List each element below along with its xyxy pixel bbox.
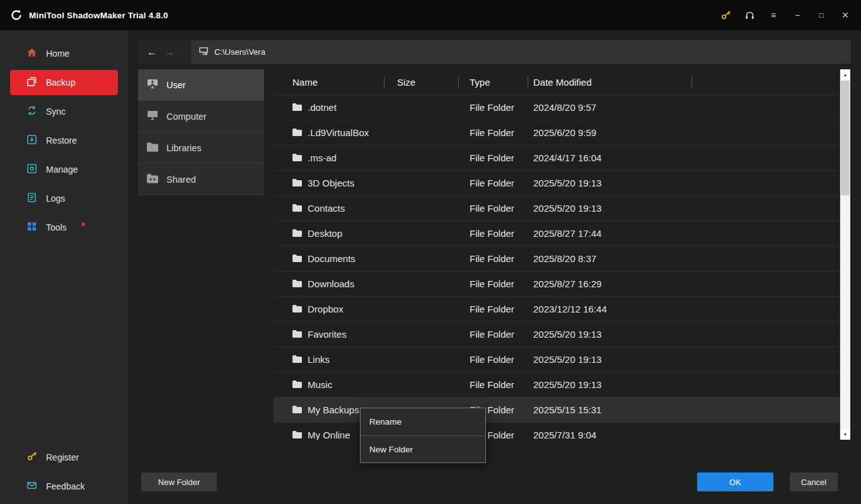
scroll-down-icon[interactable]: ▼ — [840, 429, 850, 440]
file-type: File Folder — [459, 102, 528, 113]
table-row[interactable]: .ms-ad File Folder 2024/4/17 16:04 — [274, 145, 840, 170]
column-header-modified[interactable]: Date Modified — [528, 69, 692, 94]
location-item-user[interactable]: User — [138, 69, 264, 101]
table-row[interactable]: My Online File Folder 2025/7/31 9:04 — [274, 422, 840, 440]
libraries-folder-icon — [147, 142, 158, 154]
monitor-icon — [147, 110, 158, 122]
file-name: My Backups — [308, 404, 359, 415]
folder-icon — [292, 178, 302, 188]
table-row[interactable]: My Backups File Folder 2025/5/15 15:31 — [274, 397, 840, 422]
menu-icon[interactable]: ≡ — [768, 9, 779, 21]
new-folder-button[interactable]: New Folder — [141, 472, 217, 491]
table-row[interactable]: Links File Folder 2025/5/20 19:13 — [274, 346, 840, 372]
folder-icon — [292, 253, 302, 264]
sidebar-item-logs[interactable]: Logs — [10, 186, 118, 211]
file-modified: 2025/8/20 8:37 — [528, 253, 692, 264]
computer-icon — [199, 47, 209, 57]
sidebar-item-label: Backup — [46, 77, 76, 88]
sidebar-item-register[interactable]: Register — [10, 445, 118, 470]
file-rows: .dotnet File Folder 2024/8/20 9:57 .Ld9V… — [274, 94, 840, 440]
cancel-button[interactable]: Cancel — [790, 472, 838, 491]
path-field[interactable]: C:\Users\Vera — [191, 40, 851, 64]
scroll-up-icon[interactable]: ▲ — [840, 69, 850, 80]
location-label: Computer — [166, 112, 207, 122]
sidebar-item-home[interactable]: Home — [10, 41, 118, 66]
file-name: Links — [308, 354, 330, 365]
feedback-envelope-icon — [26, 480, 37, 493]
sidebar-item-feedback[interactable]: Feedback — [10, 474, 118, 499]
folder-icon — [292, 127, 302, 138]
folder-icon — [292, 102, 302, 113]
location-item-shared[interactable]: Shared — [138, 164, 264, 195]
minimize-button[interactable]: − — [792, 9, 803, 21]
navigation-bar: ← → C:\Users\Vera — [138, 40, 851, 64]
location-item-computer[interactable]: Computer — [138, 101, 264, 132]
file-type: File Folder — [459, 152, 528, 163]
table-row[interactable]: Downloads File Folder 2025/8/27 16:29 — [274, 271, 840, 296]
shared-folder-icon — [147, 174, 158, 185]
table-row[interactable]: 3D Objects File Folder 2025/5/20 19:13 — [274, 170, 840, 195]
folder-icon — [292, 228, 302, 239]
context-menu-item-rename[interactable]: Rename — [361, 408, 485, 435]
sidebar-item-tools[interactable]: Tools — [10, 215, 118, 240]
support-headset-icon[interactable] — [744, 9, 755, 21]
sidebar-item-label: Sync — [46, 106, 66, 117]
notification-dot — [81, 222, 85, 226]
file-name: My Online — [308, 430, 350, 440]
file-name: .Ld9VirtualBox — [308, 127, 369, 138]
file-name: .dotnet — [308, 102, 337, 113]
title-bar: MiniTool ShadowMaker Trial 4.8.0 ≡ − □ × — [0, 0, 861, 30]
table-row[interactable]: .dotnet File Folder 2024/8/20 9:57 — [274, 94, 840, 120]
sidebar-item-backup[interactable]: Backup — [10, 70, 118, 95]
file-name: .ms-ad — [308, 152, 337, 163]
folder-icon — [292, 430, 302, 440]
sidebar-item-label: Feedback — [46, 481, 84, 491]
file-type: File Folder — [459, 304, 528, 314]
folder-icon — [292, 203, 302, 214]
logs-icon — [26, 192, 37, 205]
file-name: Desktop — [308, 228, 342, 239]
vertical-scrollbar[interactable]: ▲ ▼ — [840, 69, 850, 440]
maximize-button[interactable]: □ — [816, 9, 827, 21]
file-type: File Folder — [459, 253, 528, 264]
back-button[interactable]: ← — [143, 47, 161, 58]
column-header-type[interactable]: Type — [459, 69, 528, 94]
close-button[interactable]: × — [840, 9, 851, 21]
folder-icon — [292, 304, 302, 314]
sidebar-item-sync[interactable]: Sync — [10, 99, 118, 124]
manage-icon — [26, 163, 37, 176]
table-row[interactable]: Documents File Folder 2025/8/20 8:37 — [274, 246, 840, 271]
file-type: File Folder — [459, 127, 528, 138]
scrollbar-thumb[interactable] — [841, 81, 850, 195]
context-menu: Rename New Folder — [360, 408, 486, 463]
table-row[interactable]: Dropbox File Folder 2023/12/12 16:44 — [274, 296, 840, 321]
folder-icon — [292, 329, 302, 340]
forward-button[interactable]: → — [161, 47, 178, 58]
table-row[interactable]: .Ld9VirtualBox File Folder 2025/6/20 9:5… — [274, 120, 840, 145]
ok-button[interactable]: OK — [697, 472, 773, 491]
file-name: Favorites — [308, 329, 347, 340]
tools-icon — [26, 221, 37, 234]
file-modified: 2025/7/31 9:04 — [528, 430, 692, 440]
sidebar: Home Backup Sync Restor — [0, 30, 128, 504]
file-type: File Folder — [459, 329, 528, 340]
table-row[interactable]: Favorites File Folder 2025/5/20 19:13 — [274, 321, 840, 346]
column-header-size[interactable]: Size — [384, 69, 459, 94]
location-label: Shared — [166, 175, 196, 185]
sidebar-item-label: Register — [46, 452, 79, 462]
current-path: C:\Users\Vera — [214, 47, 265, 57]
sidebar-item-restore[interactable]: Restore — [10, 128, 118, 153]
column-header-name[interactable]: Name — [274, 69, 384, 94]
file-modified: 2025/8/27 16:29 — [528, 278, 692, 289]
table-row[interactable]: Contacts File Folder 2025/5/20 19:13 — [274, 195, 840, 220]
file-modified: 2025/8/27 17:44 — [528, 228, 692, 239]
file-modified: 2025/6/20 9:59 — [528, 127, 692, 138]
sidebar-item-manage[interactable]: Manage — [10, 157, 118, 182]
table-row[interactable]: Desktop File Folder 2025/8/27 17:44 — [274, 220, 840, 246]
context-menu-item-new-folder[interactable]: New Folder — [361, 435, 485, 462]
file-modified: 2023/12/12 16:44 — [528, 304, 692, 314]
table-row[interactable]: Music File Folder 2025/5/20 19:13 — [274, 372, 840, 397]
register-key-icon — [26, 451, 37, 464]
license-key-icon[interactable] — [720, 9, 731, 21]
location-item-libraries[interactable]: Libraries — [138, 132, 264, 164]
